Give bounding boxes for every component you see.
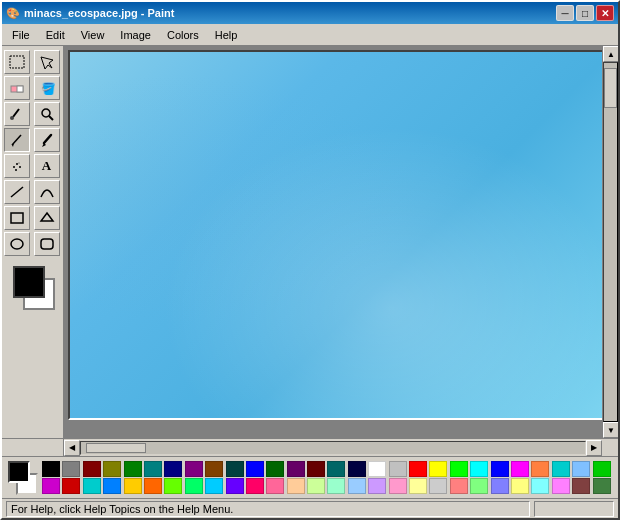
color-swatch[interactable] (246, 461, 264, 477)
color-swatch[interactable] (429, 461, 447, 477)
color-swatch[interactable] (491, 461, 509, 477)
h-scroll-thumb[interactable] (86, 443, 146, 453)
color-swatch[interactable] (246, 478, 264, 494)
menu-edit[interactable]: Edit (38, 27, 73, 43)
canvas-container[interactable] (64, 46, 602, 438)
tool-airbrush[interactable] (4, 154, 30, 178)
color-swatch[interactable] (205, 461, 223, 477)
color-swatch[interactable] (144, 461, 162, 477)
color-swatch[interactable] (287, 461, 305, 477)
color-swatch[interactable] (368, 478, 386, 494)
minimize-button[interactable]: ─ (556, 5, 574, 21)
scroll-right-arrow[interactable]: ▶ (586, 440, 602, 456)
color-swatch[interactable] (409, 478, 427, 494)
window: 🎨 minacs_ecospace.jpg - Paint ─ □ ✕ File… (0, 0, 620, 520)
color-swatch[interactable] (185, 478, 203, 494)
tool-select-free[interactable] (34, 50, 60, 74)
svg-point-15 (19, 166, 21, 168)
close-button[interactable]: ✕ (596, 5, 614, 21)
color-swatch[interactable] (327, 461, 345, 477)
color-swatch[interactable] (470, 461, 488, 477)
color-swatch[interactable] (470, 478, 488, 494)
color-swatch[interactable] (226, 478, 244, 494)
color-swatch[interactable] (42, 461, 60, 477)
color-swatch[interactable] (511, 478, 529, 494)
color-swatch[interactable] (552, 461, 570, 477)
scroll-up-arrow[interactable]: ▲ (603, 46, 618, 62)
color-swatch[interactable] (368, 461, 386, 477)
color-swatch[interactable] (287, 478, 305, 494)
tool-eraser[interactable] (4, 76, 30, 100)
color-swatch[interactable] (144, 478, 162, 494)
menu-colors[interactable]: Colors (159, 27, 207, 43)
tool-rect[interactable] (4, 206, 30, 230)
color-swatch[interactable] (348, 461, 366, 477)
menu-file[interactable]: File (4, 27, 38, 43)
scroll-left-arrow[interactable]: ◀ (64, 440, 80, 456)
color-swatch[interactable] (42, 478, 60, 494)
color-swatch[interactable] (450, 478, 468, 494)
color-swatch[interactable] (429, 478, 447, 494)
color-swatch[interactable] (572, 461, 590, 477)
tool-ellipse[interactable] (4, 232, 30, 256)
color-swatch[interactable] (389, 478, 407, 494)
color-swatch[interactable] (552, 478, 570, 494)
svg-point-13 (16, 163, 18, 165)
status-bar: For Help, click Help Topics on the Help … (2, 498, 618, 518)
tool-magnify[interactable] (34, 102, 60, 126)
color-swatch[interactable] (124, 461, 142, 477)
paint-canvas[interactable] (68, 50, 602, 420)
color-swatch[interactable] (266, 478, 284, 494)
color-swatch[interactable] (185, 461, 203, 477)
tool-pencil[interactable] (4, 128, 30, 152)
bottom-section: ◀ ▶ For Help, click Help Topics on the H… (2, 438, 618, 518)
tool-line[interactable] (4, 180, 30, 204)
scroll-down-arrow[interactable]: ▼ (603, 422, 618, 438)
color-swatch[interactable] (511, 461, 529, 477)
color-fg-box[interactable] (13, 266, 45, 298)
h-scroll-track[interactable] (80, 441, 586, 455)
color-swatch[interactable] (593, 478, 611, 494)
color-swatch[interactable] (164, 478, 182, 494)
tool-curve[interactable] (34, 180, 60, 204)
tool-select-rect[interactable] (4, 50, 30, 74)
color-swatch[interactable] (266, 461, 284, 477)
tool-polygon[interactable] (34, 206, 60, 230)
color-swatch[interactable] (62, 461, 80, 477)
color-swatch[interactable] (62, 478, 80, 494)
color-swatch[interactable] (572, 478, 590, 494)
maximize-button[interactable]: □ (576, 5, 594, 21)
menu-view[interactable]: View (73, 27, 113, 43)
color-swatch[interactable] (83, 461, 101, 477)
tool-eyedropper[interactable] (4, 102, 30, 126)
color-swatch[interactable] (164, 461, 182, 477)
v-scroll-track[interactable] (603, 62, 618, 422)
tool-text[interactable]: A (34, 154, 60, 178)
color-swatch[interactable] (124, 478, 142, 494)
color-swatch[interactable] (307, 461, 325, 477)
color-swatch[interactable] (450, 461, 468, 477)
color-swatch[interactable] (327, 478, 345, 494)
color-swatch[interactable] (409, 461, 427, 477)
color-swatch[interactable] (83, 478, 101, 494)
tool-brush[interactable] (34, 128, 60, 152)
color-swatch[interactable] (307, 478, 325, 494)
color-swatch[interactable] (348, 478, 366, 494)
v-scroll-thumb[interactable] (604, 68, 617, 108)
svg-rect-19 (11, 213, 23, 223)
color-swatch[interactable] (389, 461, 407, 477)
svg-marker-12 (42, 143, 46, 147)
color-swatch[interactable] (531, 478, 549, 494)
color-swatch[interactable] (491, 478, 509, 494)
tool-fill[interactable]: 🪣 (34, 76, 60, 100)
color-swatch[interactable] (593, 461, 611, 477)
color-swatch[interactable] (103, 478, 121, 494)
palette-fg-box[interactable] (8, 461, 30, 483)
menu-image[interactable]: Image (112, 27, 159, 43)
color-swatch[interactable] (226, 461, 244, 477)
menu-help[interactable]: Help (207, 27, 246, 43)
color-swatch[interactable] (205, 478, 223, 494)
tool-round-rect[interactable] (34, 232, 60, 256)
color-swatch[interactable] (531, 461, 549, 477)
color-swatch[interactable] (103, 461, 121, 477)
